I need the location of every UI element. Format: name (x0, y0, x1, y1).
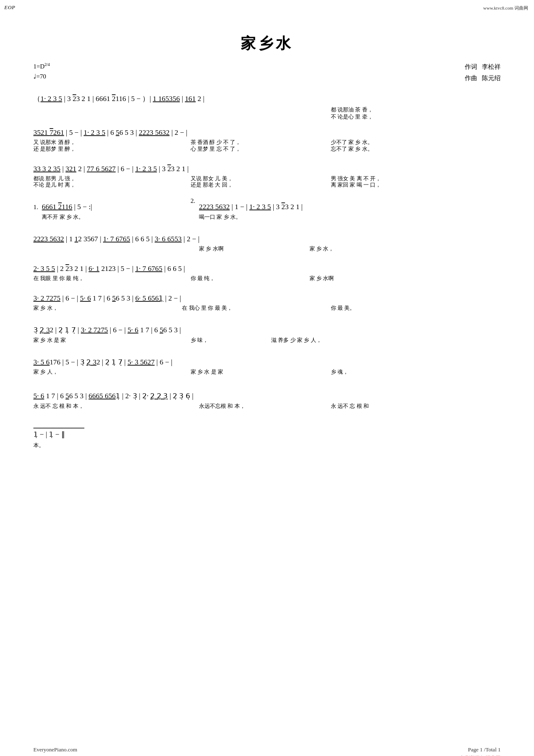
svg-text:本。: 本。 (33, 442, 44, 448)
svg-text:还是  那老  大      回，: 还是 那老 大 回， (191, 182, 233, 188)
svg-text:乡      魂，: 乡 魂， (331, 369, 348, 375)
svg-text:33  3 2  35  |  321      2  | : 33 3 2 35 | 321 2 | 77 6 5627 | 6 − | 1·… (33, 165, 189, 173)
lyricist-label: 作词 (465, 63, 477, 70)
svg-text:家      乡      水，: 家 乡 水， (310, 245, 334, 252)
author-block: 作词 李松祥 作曲 陈元绍 (465, 61, 501, 84)
svg-text:又说  那女  儿      美，: 又说 那女 儿 美， (191, 175, 233, 182)
svg-text:家    乡      人，: 家 乡 人， (33, 369, 58, 375)
svg-text:你    最      纯，: 你 最 纯， (190, 275, 215, 281)
svg-text:滋    养多  少    家  乡  人，: 滋 养多 少 家 乡 人， (271, 337, 322, 343)
svg-text:家    乡      水，: 家 乡 水， (33, 305, 58, 311)
svg-text:家      乡      水啊: 家 乡 水啊 (310, 275, 334, 281)
svg-text:2223  5632  |  1      −   |  1: 2223 5632 | 1 − | 1· 2 3 5 | 3 23 2 1 | (199, 203, 303, 211)
top-right-logo: www.ktvc8.com 词曲网 (483, 5, 528, 11)
svg-text:离    家回  家    喝  一  口，: 离 家回 家 喝 一 口， (331, 182, 381, 188)
lyricist-name: 李松祥 (482, 63, 501, 70)
svg-text:2·  3 5  5  |  2  23 2  1  |  : 2· 3 5 5 | 2 23 2 1 | 6· 1 2123 | 5 − | … (33, 265, 185, 273)
svg-text:都  说那油  茶      香，: 都 说那油 茶 香， (331, 106, 373, 113)
svg-text:（1·  2 3  5  |  3  23 2  1  | : （1· 2 3 5 | 3 23 2 1 | 6661 2116 | 5 − ）… (33, 95, 204, 103)
score-svg: （1· 2 3 5 | 3 23 2 1 | 6661 2116 | 5 − ）… (33, 88, 501, 751)
svg-text:还  是那梦  里      醉，: 还 是那梦 里 醉， (33, 146, 76, 152)
tempo: ♩=70 (33, 71, 50, 81)
svg-text:家    乡    水      是  家: 家 乡 水 是 家 (33, 337, 66, 343)
lyricist-line: 作词 李松祥 (465, 61, 501, 73)
svg-text:1.: 1. (33, 203, 38, 210)
svg-text:忘不了  家    乡    水。: 忘不了 家 乡 水。 (331, 146, 373, 152)
svg-text:6661  2116  |  5      −   :|: 6661 2116 | 5 − :| (42, 203, 92, 211)
website-logo: www.ktvc8.com 词曲网 (483, 5, 528, 10)
svg-text:永    远不  忘    根    和: 永 远不 忘 根 和 (331, 403, 369, 409)
eop-logo: EOP (4, 4, 15, 10)
svg-text:3·  5 6176  |  5      −   |  3: 3· 5 6176 | 5 − | 3̣ 2̣ 32 | 2̣ 1̣ 7̣ | … (33, 358, 172, 366)
key-time: 1=D2/4 (33, 61, 50, 71)
svg-text:3521  7261  |  5      −   |  1: 3521 7261 | 5 − | 1· 2 3 5 | 6 56 5 3 | … (33, 129, 187, 137)
svg-text:心  里梦  里  忘  不  了，: 心 里梦 里 忘 不 了， (190, 146, 241, 152)
svg-text:你      最      美。: 你 最 美。 (330, 305, 355, 311)
svg-text:家    乡      水啊: 家 乡 水啊 (199, 245, 224, 252)
composer-line: 作曲 陈元绍 (465, 73, 501, 84)
svg-text:1̣      −  |  1̣      −  ‖: 1̣ − | 1̣ − ‖ (33, 430, 65, 438)
composer-label: 作曲 (465, 75, 477, 81)
svg-text:不论  是儿  时      离，: 不论 是儿 时 离， (33, 182, 76, 188)
song-title: 家乡水 (33, 33, 501, 54)
composer-name: 陈元绍 (482, 75, 501, 81)
svg-text:又  说那米  酒      醇，: 又 说那米 酒 醇， (33, 139, 76, 145)
svg-text:在  我心  里  你  最  美，: 在 我心 里 你 最 美， (182, 305, 232, 311)
svg-text:2.: 2. (191, 197, 195, 204)
svg-text:在  我眼  里  你  最  纯，: 在 我眼 里 你 最 纯， (33, 275, 84, 281)
svg-text:5·  6 1  7  |  6  56 5  3  |  : 5· 6 1 7 | 6 56 5 3 | 6665 6561̣ | 2· 3̣… (33, 392, 194, 400)
page: www.ktvc8.com 词曲网 EOP 家乡水 1=D2/4 ♩=70 作词… (0, 0, 534, 756)
top-left-logo: EOP (4, 4, 15, 11)
svg-text:2223  5632  |  1  12  3567  | : 2223 5632 | 1 12 3567 | 1· 7 6765 | 6 6 … (33, 235, 199, 243)
bottom-left-website: EveryonePiano.com (33, 746, 77, 753)
svg-text:茶  香酒  醇  少  不  了，: 茶 香酒 醇 少 不 了， (191, 139, 241, 145)
svg-text:3·  2 7275  |  6      −   |  5: 3· 2 7275 | 6 − | 5· 6 1 7 | 6 56 5 3 | … (33, 294, 181, 302)
bottom-right-page: Page 1 /Total 1 (468, 746, 501, 753)
svg-text:离不开  家    乡    水。: 离不开 家 乡 水。 (42, 214, 84, 220)
svg-text:不  论是心  里      牵，: 不 论是心 里 牵， (331, 114, 373, 120)
svg-text:喝一口  家    乡    水。: 喝一口 家 乡 水。 (199, 214, 241, 220)
svg-text:都说  那男  儿      强，: 都说 那男 儿 强， (33, 175, 76, 182)
svg-text:少不了  家    乡    水。: 少不了 家 乡 水。 (331, 139, 373, 145)
time-signature: 2/4 (45, 62, 50, 67)
svg-text:3̣      2̣  32  |  2̣  1̣     : 3̣ 2̣ 32 | 2̣ 1̣ 7̣ | 3· 2 7275 | 6 − | … (33, 326, 181, 334)
svg-text:永    远不  忘    根  和  本，: 永 远不 忘 根 和 本， (33, 403, 84, 409)
svg-text:男    强女  美    离  不  开，: 男 强女 美 离 不 开， (331, 175, 381, 182)
tempo-block: 1=D2/4 ♩=70 (33, 61, 50, 81)
svg-text:家    乡    水      是  家: 家 乡 水 是 家 (191, 369, 223, 375)
meta-row: 1=D2/4 ♩=70 作词 李松祥 作曲 陈元绍 (33, 61, 501, 84)
svg-text:永远不忘根  和      本，: 永远不忘根 和 本， (199, 403, 245, 409)
svg-text:乡      味，: 乡 味， (191, 337, 208, 343)
